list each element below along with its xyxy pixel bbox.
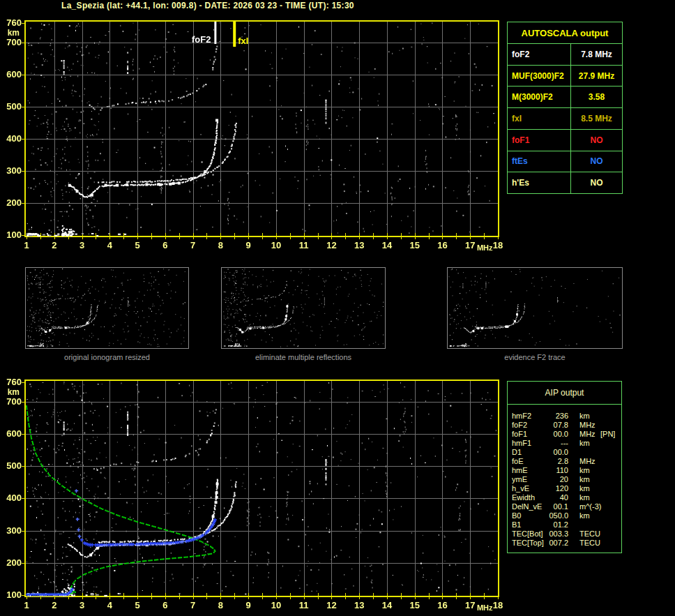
table-row: Ewidth40km [508,493,621,502]
station-title: La_Spezia (lat: +44.1, lon: 009.8) - DAT… [61,1,354,10]
aip-table-title: AIP output [508,388,621,398]
param-label: foF1 [508,130,571,151]
table-row: DelN_vE00.1m^(-3) [508,502,621,511]
param-value: 8.5 MHz [571,108,622,129]
param-value: NO [571,151,622,172]
param-label: foF2 [508,44,571,65]
thumbnail-eliminate-reflections [221,267,386,349]
thumbnail-caption: eliminate multiple reflections [221,353,386,361]
aip-output-table: AIP output hmF2236km foF207.8MHz foF100.… [507,381,622,553]
param-value: NO [571,172,622,193]
bottom-profile-plot [0,375,506,616]
table-row: foE2.8MHz [508,457,621,466]
autoscala-screen: La_Spezia (lat: +44.1, lon: 009.8) - DAT… [0,0,675,616]
param-value: 3.58 [571,87,622,107]
param-value: 7.8 MHz [571,44,622,65]
top-ionogram-plot [0,14,506,258]
param-label: h'Es [508,172,571,193]
autoscala-table-title: AUTOSCALA output [508,22,622,44]
table-row: D100.0 [508,448,621,457]
table-row: foF2 7.8 MHz [508,44,622,66]
table-row: M(3000)F2 3.58 [508,87,622,108]
param-label: MUF(3000)F2 [508,66,571,87]
table-row: ymE20km [508,475,621,484]
table-row: B101.2 [508,520,621,529]
param-value: NO [571,130,622,151]
table-row: hmE110km [508,466,621,475]
thumbnail-caption: original ionogram resized [25,353,189,361]
table-row: hmF1---km [508,439,621,448]
autoscala-output-table: AUTOSCALA output foF2 7.8 MHz MUF(3000)F… [507,22,623,194]
table-row: TEC[Bot]003.3TECU [508,529,621,539]
table-row: B0050.0km [508,511,621,520]
divider [508,404,621,405]
table-row: TEC[Top]007.2TECU [508,539,621,548]
table-row: foF100.0MHz[PN] [508,430,621,439]
thumbnail-evidence-f2-trace [447,267,623,349]
table-row: foF207.8MHz [508,421,621,430]
table-row: h'Es NO [508,172,622,193]
param-label: ftEs [508,151,571,172]
table-row: h_vE120km [508,484,621,493]
param-value: 27.9 MHz [571,66,622,87]
param-label: fxI [508,108,571,129]
table-row: ftEs NO [508,151,622,173]
param-label: M(3000)F2 [508,87,571,107]
thumbnail-caption: evidence F2 trace [447,353,623,361]
table-row: MUF(3000)F2 27.9 MHz [508,66,622,87]
table-row: foF1 NO [508,130,622,151]
thumbnail-original-ionogram [25,267,189,349]
table-row: hmF2236km [508,412,621,421]
table-row: fxI 8.5 MHz [508,108,622,130]
